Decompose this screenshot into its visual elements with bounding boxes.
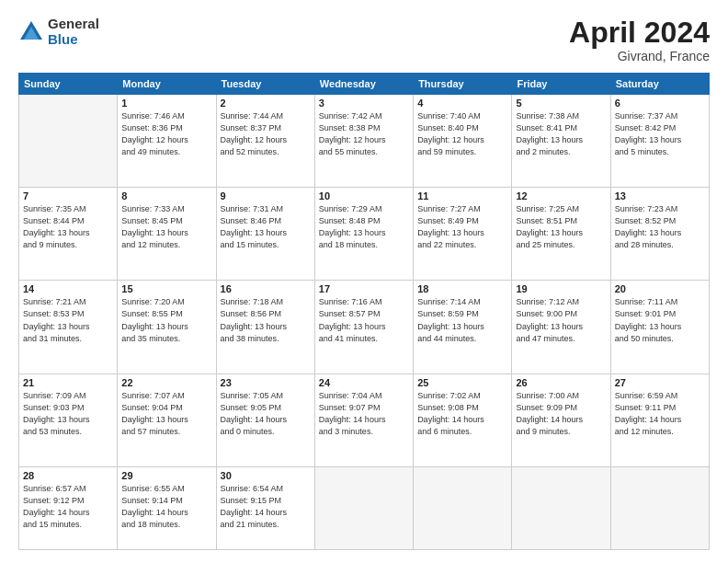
logo-text: General Blue xyxy=(48,17,99,47)
day-info: Sunrise: 7:18 AMSunset: 8:56 PMDaylight:… xyxy=(221,296,311,344)
day-info: Sunrise: 7:33 AMSunset: 8:45 PMDaylight:… xyxy=(121,203,211,251)
title-month: April 2024 xyxy=(569,17,710,49)
week-row-2: 7Sunrise: 7:35 AMSunset: 8:44 PMDaylight… xyxy=(19,188,710,281)
day-number: 25 xyxy=(417,377,507,388)
calendar-cell xyxy=(610,466,709,549)
day-info: Sunrise: 7:31 AMSunset: 8:46 PMDaylight:… xyxy=(221,203,311,251)
calendar-cell: 1Sunrise: 7:46 AMSunset: 8:36 PMDaylight… xyxy=(118,95,216,188)
calendar-cell: 20Sunrise: 7:11 AMSunset: 9:01 PMDayligh… xyxy=(610,281,709,373)
page: General Blue April 2024 Givrand, France … xyxy=(0,0,728,563)
calendar-cell: 23Sunrise: 7:05 AMSunset: 9:05 PMDayligh… xyxy=(216,373,314,466)
logo-general: General xyxy=(48,17,99,32)
calendar-cell: 22Sunrise: 7:07 AMSunset: 9:04 PMDayligh… xyxy=(118,373,216,466)
day-info: Sunrise: 7:09 AMSunset: 9:03 PMDaylight:… xyxy=(23,390,113,438)
day-info: Sunrise: 7:35 AMSunset: 8:44 PMDaylight:… xyxy=(23,203,113,251)
day-number: 2 xyxy=(221,98,311,109)
calendar-cell: 5Sunrise: 7:38 AMSunset: 8:41 PMDaylight… xyxy=(512,95,610,188)
calendar-cell xyxy=(314,466,413,549)
day-number: 26 xyxy=(516,377,606,388)
day-number: 15 xyxy=(121,283,211,294)
calendar-cell: 3Sunrise: 7:42 AMSunset: 8:38 PMDaylight… xyxy=(314,95,413,188)
calendar-cell: 12Sunrise: 7:25 AMSunset: 8:51 PMDayligh… xyxy=(512,188,610,281)
weekday-header-row: SundayMondayTuesdayWednesdayThursdayFrid… xyxy=(19,74,710,95)
day-number: 18 xyxy=(417,283,507,294)
day-info: Sunrise: 7:02 AMSunset: 9:08 PMDaylight:… xyxy=(417,390,507,438)
calendar-cell: 6Sunrise: 7:37 AMSunset: 8:42 PMDaylight… xyxy=(610,95,709,188)
weekday-header-saturday: Saturday xyxy=(610,74,709,95)
day-number: 1 xyxy=(121,98,211,109)
day-info: Sunrise: 6:59 AMSunset: 9:11 PMDaylight:… xyxy=(615,390,705,438)
calendar-cell: 15Sunrise: 7:20 AMSunset: 8:55 PMDayligh… xyxy=(118,281,216,373)
week-row-3: 14Sunrise: 7:21 AMSunset: 8:53 PMDayligh… xyxy=(19,281,710,373)
calendar-cell xyxy=(414,466,512,549)
weekday-header-monday: Monday xyxy=(118,74,216,95)
calendar-cell: 28Sunrise: 6:57 AMSunset: 9:12 PMDayligh… xyxy=(19,466,118,549)
day-info: Sunrise: 7:00 AMSunset: 9:09 PMDaylight:… xyxy=(516,390,606,438)
day-number: 11 xyxy=(417,190,507,201)
day-number: 16 xyxy=(221,283,311,294)
day-info: Sunrise: 7:38 AMSunset: 8:41 PMDaylight:… xyxy=(516,110,606,158)
day-info: Sunrise: 7:07 AMSunset: 9:04 PMDaylight:… xyxy=(121,390,211,438)
calendar-cell: 21Sunrise: 7:09 AMSunset: 9:03 PMDayligh… xyxy=(19,373,118,466)
day-number: 12 xyxy=(516,190,606,201)
day-number: 24 xyxy=(319,377,409,388)
calendar-cell: 24Sunrise: 7:04 AMSunset: 9:07 PMDayligh… xyxy=(314,373,413,466)
calendar-cell: 8Sunrise: 7:33 AMSunset: 8:45 PMDaylight… xyxy=(118,188,216,281)
day-info: Sunrise: 7:12 AMSunset: 9:00 PMDaylight:… xyxy=(516,296,606,344)
calendar-cell: 14Sunrise: 7:21 AMSunset: 8:53 PMDayligh… xyxy=(19,281,118,373)
day-info: Sunrise: 7:27 AMSunset: 8:49 PMDaylight:… xyxy=(417,203,507,251)
title-block: April 2024 Givrand, France xyxy=(569,17,710,63)
calendar-cell: 7Sunrise: 7:35 AMSunset: 8:44 PMDaylight… xyxy=(19,188,118,281)
day-number: 27 xyxy=(615,377,705,388)
day-info: Sunrise: 7:05 AMSunset: 9:05 PMDaylight:… xyxy=(221,390,311,438)
logo-blue: Blue xyxy=(48,32,99,48)
week-row-1: 1Sunrise: 7:46 AMSunset: 8:36 PMDaylight… xyxy=(19,95,710,188)
calendar-cell: 9Sunrise: 7:31 AMSunset: 8:46 PMDaylight… xyxy=(216,188,314,281)
day-info: Sunrise: 7:42 AMSunset: 8:38 PMDaylight:… xyxy=(319,110,409,158)
day-info: Sunrise: 7:37 AMSunset: 8:42 PMDaylight:… xyxy=(615,110,705,158)
calendar-cell: 4Sunrise: 7:40 AMSunset: 8:40 PMDaylight… xyxy=(414,95,512,188)
title-location: Givrand, France xyxy=(569,49,710,63)
calendar-cell: 11Sunrise: 7:27 AMSunset: 8:49 PMDayligh… xyxy=(414,188,512,281)
day-info: Sunrise: 7:25 AMSunset: 8:51 PMDaylight:… xyxy=(516,203,606,251)
day-number: 21 xyxy=(23,377,113,388)
calendar-table: SundayMondayTuesdayWednesdayThursdayFrid… xyxy=(18,73,710,550)
calendar-cell: 27Sunrise: 6:59 AMSunset: 9:11 PMDayligh… xyxy=(610,373,709,466)
calendar-cell: 18Sunrise: 7:14 AMSunset: 8:59 PMDayligh… xyxy=(414,281,512,373)
day-number: 14 xyxy=(23,283,113,294)
day-number: 6 xyxy=(615,98,705,109)
logo-icon xyxy=(18,19,44,45)
calendar-cell: 10Sunrise: 7:29 AMSunset: 8:48 PMDayligh… xyxy=(314,188,413,281)
day-info: Sunrise: 7:23 AMSunset: 8:52 PMDaylight:… xyxy=(615,203,705,251)
day-info: Sunrise: 6:54 AMSunset: 9:15 PMDaylight:… xyxy=(221,483,311,531)
day-number: 10 xyxy=(319,190,409,201)
weekday-header-friday: Friday xyxy=(512,74,610,95)
day-info: Sunrise: 7:20 AMSunset: 8:55 PMDaylight:… xyxy=(121,296,211,344)
day-info: Sunrise: 7:14 AMSunset: 8:59 PMDaylight:… xyxy=(417,296,507,344)
day-info: Sunrise: 6:57 AMSunset: 9:12 PMDaylight:… xyxy=(23,483,113,531)
day-number: 29 xyxy=(121,470,211,481)
day-number: 17 xyxy=(319,283,409,294)
day-info: Sunrise: 7:29 AMSunset: 8:48 PMDaylight:… xyxy=(319,203,409,251)
day-number: 28 xyxy=(23,470,113,481)
weekday-header-tuesday: Tuesday xyxy=(216,74,314,95)
calendar-cell: 29Sunrise: 6:55 AMSunset: 9:14 PMDayligh… xyxy=(118,466,216,549)
day-number: 3 xyxy=(319,98,409,109)
day-number: 30 xyxy=(221,470,311,481)
weekday-header-sunday: Sunday xyxy=(19,74,118,95)
day-number: 23 xyxy=(221,377,311,388)
day-info: Sunrise: 7:44 AMSunset: 8:37 PMDaylight:… xyxy=(221,110,311,158)
calendar-cell: 2Sunrise: 7:44 AMSunset: 8:37 PMDaylight… xyxy=(216,95,314,188)
calendar-cell: 19Sunrise: 7:12 AMSunset: 9:00 PMDayligh… xyxy=(512,281,610,373)
calendar-cell xyxy=(19,95,118,188)
header: General Blue April 2024 Givrand, France xyxy=(18,17,710,63)
day-info: Sunrise: 7:40 AMSunset: 8:40 PMDaylight:… xyxy=(417,110,507,158)
calendar-cell: 13Sunrise: 7:23 AMSunset: 8:52 PMDayligh… xyxy=(610,188,709,281)
logo: General Blue xyxy=(18,17,99,47)
day-number: 5 xyxy=(516,98,606,109)
weekday-header-wednesday: Wednesday xyxy=(314,74,413,95)
day-number: 20 xyxy=(615,283,705,294)
day-number: 19 xyxy=(516,283,606,294)
calendar-cell: 26Sunrise: 7:00 AMSunset: 9:09 PMDayligh… xyxy=(512,373,610,466)
day-number: 22 xyxy=(121,377,211,388)
